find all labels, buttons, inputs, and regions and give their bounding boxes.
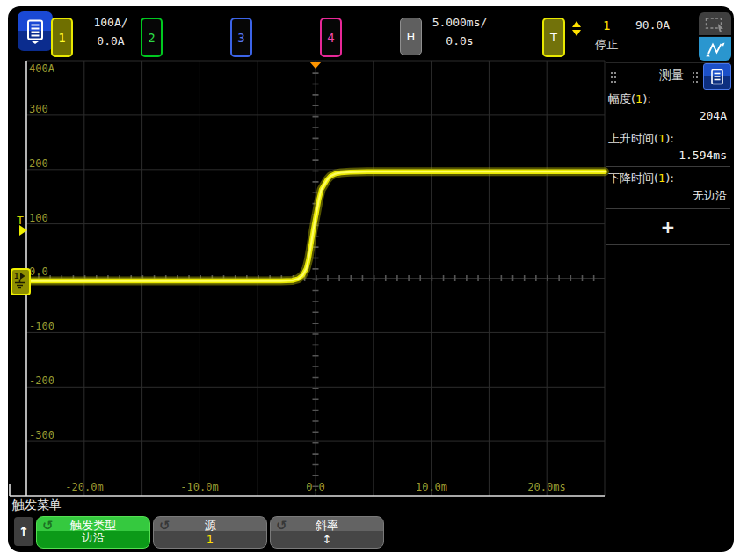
measurement-value: 204A bbox=[606, 108, 730, 126]
dashed-rect-select-icon bbox=[704, 16, 727, 33]
horizontal-badge[interactable]: H bbox=[400, 18, 422, 55]
ch1-ground-icon: 1 bbox=[12, 270, 27, 291]
x-axis-label: 0.0 bbox=[286, 481, 345, 493]
y-axis-label: -300 bbox=[29, 429, 54, 441]
channel-4-button[interactable]: 4 bbox=[320, 18, 342, 57]
trigger-level-readout: 90.0A bbox=[635, 18, 670, 32]
waveform-drag-icon bbox=[704, 40, 727, 58]
y-axis-label: 0.0 bbox=[29, 265, 48, 278]
measurement-panel: 幅度(1): 204A 上升时间(1): 1.594ms 下降时间(1): 无边… bbox=[606, 89, 730, 246]
trigger-source-readout: 1 bbox=[603, 18, 610, 33]
y-axis-label: 200 bbox=[29, 157, 48, 170]
y-axis-label: -100 bbox=[29, 320, 54, 332]
divider bbox=[606, 166, 730, 167]
softkey-trigger-slope[interactable]: ↺ 斜率 ↕ bbox=[270, 516, 384, 549]
touch-drag-mode-button[interactable] bbox=[699, 36, 731, 61]
drag-grip-icon[interactable] bbox=[611, 72, 613, 74]
main-menu-button[interactable] bbox=[18, 11, 53, 51]
y-axis-label: 300 bbox=[29, 103, 48, 115]
x-axis-label: -20.0m bbox=[54, 481, 114, 493]
softkey-value: 边沿 bbox=[37, 530, 149, 546]
run-state-label: 停止 bbox=[586, 37, 627, 53]
measurement-menu-button[interactable] bbox=[703, 63, 731, 90]
menu-back-button[interactable]: ↑ bbox=[14, 517, 33, 546]
divider bbox=[606, 244, 730, 245]
down-triangle-icon bbox=[572, 30, 581, 36]
oscilloscope-screen: { "top_bar": { "channels": [ {"id": "1",… bbox=[0, 0, 740, 560]
softkey-value: 1 bbox=[154, 533, 266, 546]
x-axis-label: 20.0ms bbox=[517, 481, 577, 493]
up-triangle-icon bbox=[572, 21, 581, 27]
trigger-level-arrow[interactable] bbox=[19, 225, 27, 236]
measurement-value: 无边沿 bbox=[606, 187, 730, 207]
ch1-offset-readout[interactable]: 0.0A bbox=[83, 34, 139, 47]
softkey-menu-title: 触发菜单 bbox=[12, 498, 62, 513]
add-measurement-button[interactable]: + bbox=[606, 210, 730, 244]
drag-grip-icon[interactable] bbox=[693, 72, 694, 74]
channel-1-button[interactable]: 1 bbox=[51, 18, 73, 57]
softkey-value: ↕ bbox=[271, 533, 383, 546]
trigger-slope-icon bbox=[572, 21, 581, 36]
softkey-trigger-source[interactable]: ↺ 源 1 bbox=[153, 516, 267, 549]
x-axis-label: 10.0m bbox=[402, 481, 461, 493]
x-axis-label: -10.0m bbox=[170, 481, 229, 493]
softkey-trigger-type[interactable]: ↺ 触发类型 边沿 bbox=[36, 516, 150, 549]
svg-text:1: 1 bbox=[14, 272, 18, 280]
softkey-label: 斜率 bbox=[271, 518, 383, 534]
divider bbox=[606, 208, 730, 209]
hamburger-menu-icon bbox=[25, 19, 45, 44]
channel-2-button[interactable]: 2 bbox=[141, 18, 163, 57]
trigger-badge[interactable]: T bbox=[542, 18, 565, 57]
measurement-label: 下降时间(1): bbox=[606, 168, 730, 187]
measurement-value: 1.594ms bbox=[606, 148, 730, 165]
delay-readout[interactable]: 0.0s bbox=[424, 34, 496, 47]
divider bbox=[606, 127, 730, 127]
ch1-ground-marker[interactable]: 1 bbox=[11, 268, 31, 295]
y-axis-label: 400A bbox=[29, 62, 54, 75]
y-axis-label: 100 bbox=[29, 212, 48, 224]
y-axis-label: -200 bbox=[29, 375, 54, 387]
measurement-label: 幅度(1): bbox=[606, 89, 730, 108]
measurement-label: 上升时间(1): bbox=[606, 128, 730, 148]
timebase-readout[interactable]: 5.000ms/ bbox=[424, 16, 496, 29]
measurement-panel-title: 测量 bbox=[628, 68, 715, 84]
ch1-scale-readout[interactable]: 100A/ bbox=[83, 16, 139, 29]
zoom-select-button[interactable] bbox=[699, 12, 731, 35]
channel-3-button[interactable]: 3 bbox=[230, 18, 252, 57]
softkey-label: 源 bbox=[154, 518, 266, 534]
hamburger-menu-icon bbox=[710, 69, 724, 85]
